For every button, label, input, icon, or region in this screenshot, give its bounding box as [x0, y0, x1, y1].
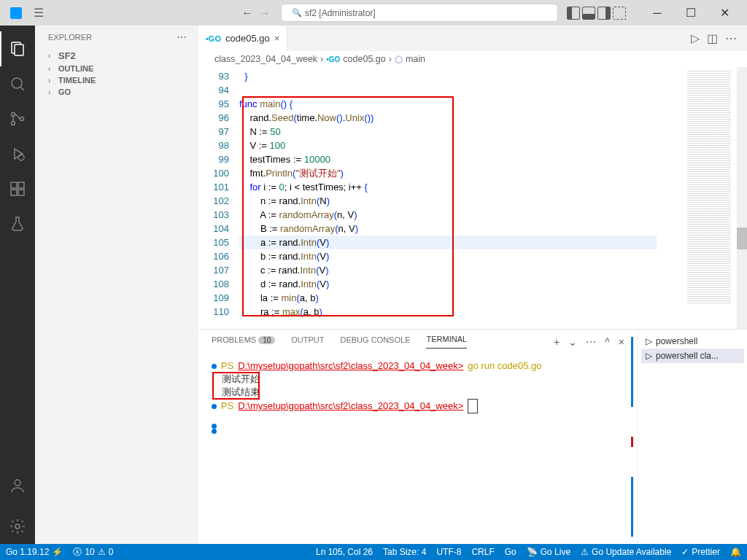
code-line[interactable]: b := rand.Intn(V) [239, 249, 657, 263]
scrollbar[interactable] [737, 67, 747, 329]
menu-icon[interactable]: ☰ [34, 6, 44, 20]
sidebar-title: EXPLORER [48, 33, 92, 42]
activity-bar [0, 26, 35, 544]
terminal-line: 测试结束 [212, 386, 624, 399]
vscode-icon [10, 7, 22, 19]
code-line[interactable]: A := randomArray(n, V) [239, 208, 657, 222]
svg-point-13 [15, 480, 20, 486]
status-go-version[interactable]: Go 1.19.12 ⚡ [6, 547, 63, 557]
split-editor-icon[interactable]: ◫ [707, 31, 718, 45]
powershell-icon: ▷ [646, 336, 652, 346]
terminal-dropdown-icon[interactable]: ⌄ [568, 336, 577, 348]
toggle-primary-sidebar-icon[interactable] [567, 7, 580, 20]
svg-point-5 [12, 122, 15, 125]
code-line[interactable]: V := 100 [239, 139, 657, 152]
explorer-sidebar: EXPLORER ⋯ ›SF2›OUTLINE›TIMELINE›GO [35, 26, 198, 544]
symbol-icon: ⬡ [395, 54, 403, 65]
status-problems[interactable]: ⓧ 10 ⚠ 0 [73, 546, 113, 559]
extensions-icon[interactable] [0, 171, 35, 206]
code-line[interactable]: for i := 0; i < testTimes; i++ { [239, 180, 657, 194]
code-line[interactable]: ra := max(a, b) [239, 305, 657, 319]
search-icon[interactable] [0, 66, 35, 101]
svg-point-8 [18, 155, 24, 160]
code-line[interactable]: d := rand.Intn(V) [239, 277, 657, 291]
editor-area: •GO code05.go × ▷ ◫ ⋯ class_2023_04_04_w… [198, 26, 747, 544]
maximize-panel-icon[interactable]: ^ [605, 336, 610, 348]
line-gutter: 9394959697989910010110210310410510610710… [198, 67, 239, 329]
status-update[interactable]: ⚠ Go Update Available [581, 547, 671, 557]
breadcrumb[interactable]: class_2023_04_04_week › •GO code05.go › … [198, 51, 747, 67]
minimize-button[interactable]: ─ [640, 0, 674, 26]
maximize-button[interactable]: ☐ [674, 0, 708, 26]
code-editor[interactable]: } func main() { rand.Seed(time.Now().Uni… [239, 67, 657, 329]
svg-rect-9 [11, 182, 17, 188]
code-line[interactable]: a := rand.Intn(V) [239, 236, 657, 249]
command-center[interactable]: 🔍 sf2 [Administrator] [281, 4, 558, 22]
terminal[interactable]: PS D:\mysetup\gopath\src\sf2\class_2023_… [198, 354, 638, 544]
code-line[interactable]: testTimes := 10000 [239, 152, 657, 166]
code-line[interactable]: B := randomArray(n, V) [239, 222, 657, 236]
search-text: sf2 [Administrator] [305, 8, 376, 18]
tree-item[interactable]: ›OUTLINE [35, 63, 198, 74]
tab-code05[interactable]: •GO code05.go × [198, 26, 287, 51]
debug-icon[interactable] [0, 136, 35, 171]
toggle-secondary-sidebar-icon[interactable] [597, 7, 611, 20]
customize-layout-icon[interactable] [613, 7, 626, 20]
status-cursor[interactable]: Ln 105, Col 26 [316, 547, 373, 557]
panel-more-icon[interactable]: ⋯ [586, 336, 596, 348]
panel: PROBLEMS10 OUTPUT DEBUG CONSOLE TERMINAL… [198, 329, 747, 544]
nav-back-icon[interactable]: ← [240, 6, 255, 20]
code-line[interactable] [239, 83, 657, 97]
sidebar-more-icon[interactable]: ⋯ [177, 31, 187, 43]
terminal-entry[interactable]: ▷powershell [641, 334, 744, 349]
run-icon[interactable]: ▷ [691, 31, 700, 45]
tab-terminal[interactable]: TERMINAL [426, 335, 467, 349]
close-panel-icon[interactable]: × [619, 336, 624, 348]
tab-filename: code05.go [225, 33, 270, 44]
accounts-icon[interactable] [0, 468, 35, 503]
nav-forward-icon[interactable]: → [258, 6, 272, 20]
terminal-list: ▷powershell▷powershell cla... [638, 330, 747, 544]
tab-close-icon[interactable]: × [274, 33, 280, 44]
status-lang[interactable]: Go [505, 547, 516, 557]
tree-item[interactable]: ›GO [35, 86, 198, 98]
settings-icon[interactable] [0, 509, 35, 544]
svg-point-4 [12, 113, 15, 117]
svg-point-14 [15, 524, 20, 529]
tab-output[interactable]: OUTPUT [291, 335, 324, 349]
code-line[interactable]: func main() { [239, 97, 657, 111]
new-terminal-icon[interactable]: + [554, 336, 560, 348]
minimap[interactable] [657, 67, 737, 329]
go-file-icon: •GO [206, 34, 221, 43]
status-bar: Go 1.19.12 ⚡ ⓧ 10 ⚠ 0 Ln 105, Col 26 Tab… [0, 544, 747, 560]
svg-point-6 [20, 117, 24, 121]
terminal-line: PS D:\mysetup\gopath\src\sf2\class_2023_… [212, 399, 624, 413]
close-button[interactable]: ✕ [708, 0, 741, 26]
testing-icon[interactable] [0, 206, 35, 241]
code-line[interactable]: N := 50 [239, 125, 657, 139]
powershell-icon: ▷ [646, 351, 652, 361]
tab-problems[interactable]: PROBLEMS10 [212, 335, 275, 349]
code-line[interactable]: la := min(a, b) [239, 291, 657, 305]
explorer-icon[interactable] [0, 31, 35, 66]
tree-item[interactable]: ›TIMELINE [35, 74, 198, 86]
code-line[interactable]: rand.Seed(time.Now().Unix()) [239, 111, 657, 125]
terminal-entry[interactable]: ▷powershell cla... [641, 349, 744, 363]
code-line[interactable]: c := rand.Intn(V) [239, 263, 657, 277]
editor-more-icon[interactable]: ⋯ [725, 31, 737, 45]
status-tabsize[interactable]: Tab Size: 4 [383, 547, 426, 557]
status-notifications-icon[interactable]: 🔔 [730, 547, 741, 557]
status-golive[interactable]: 📡 Go Live [527, 547, 570, 557]
code-line[interactable]: fmt.Println("测试开始") [239, 166, 657, 180]
status-eol[interactable]: CRLF [471, 547, 494, 557]
source-control-icon[interactable] [0, 101, 35, 136]
status-prettier[interactable]: ✓ Prettier [681, 547, 720, 557]
tree-item[interactable]: ›SF2 [35, 49, 198, 63]
tab-debug-console[interactable]: DEBUG CONSOLE [341, 335, 411, 349]
terminal-line: 测试开始 [212, 373, 624, 386]
status-encoding[interactable]: UTF-8 [436, 547, 461, 557]
code-line[interactable]: n := rand.Intn(N) [239, 194, 657, 208]
code-line[interactable]: } [239, 69, 657, 83]
toggle-panel-icon[interactable] [582, 7, 595, 20]
terminal-line [212, 424, 624, 429]
